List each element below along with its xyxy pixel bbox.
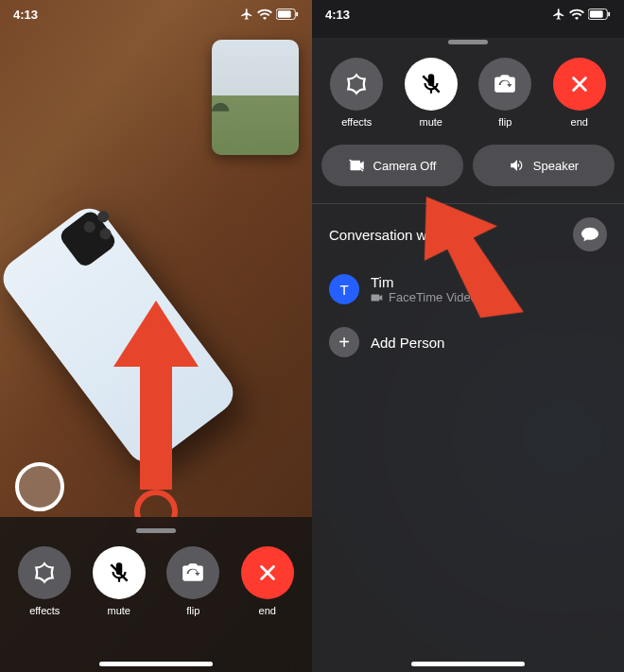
camera-off-label: Camera Off [373, 159, 437, 173]
status-indicators [552, 8, 611, 21]
video-icon [371, 293, 384, 302]
facetime-expanded-sheet: 4:13 effects mute flip [312, 0, 624, 672]
plus-icon: + [329, 327, 359, 357]
messages-button[interactable] [573, 217, 607, 251]
home-indicator[interactable] [99, 662, 213, 666]
end-label: end [259, 605, 276, 616]
effects-label: effects [29, 605, 60, 616]
participant-sub: FaceTime Video [371, 290, 477, 304]
mute-label: mute [420, 116, 442, 128]
effects-icon [344, 72, 369, 96]
camera-off-button[interactable]: Camera Off [321, 145, 463, 186]
airplane-icon [240, 8, 253, 21]
effects-icon [32, 560, 57, 585]
mute-button[interactable]: mute [93, 546, 146, 616]
battery-icon [588, 9, 611, 20]
add-person-button[interactable]: + Add Person [312, 314, 624, 370]
airplane-icon [552, 8, 565, 21]
svg-rect-9 [608, 12, 610, 17]
avatar: T [329, 274, 359, 304]
svg-rect-8 [590, 10, 603, 17]
self-view-pip[interactable] [212, 40, 299, 155]
camera-off-icon [349, 159, 366, 172]
svg-rect-1 [278, 10, 291, 17]
effects-label: effects [341, 116, 372, 128]
svg-marker-3 [113, 301, 199, 490]
flip-icon [493, 72, 517, 96]
end-label: end [571, 116, 588, 128]
flip-icon [181, 560, 205, 585]
status-bar: 4:13 [312, 0, 624, 28]
end-button[interactable]: end [553, 58, 606, 128]
status-time: 4:13 [325, 8, 350, 22]
wifi-icon [569, 9, 584, 20]
effects-button[interactable]: effects [18, 546, 71, 616]
controls-drawer[interactable]: effects mute flip end [0, 517, 312, 672]
status-time: 4:13 [13, 8, 38, 22]
controls-sheet: effects mute flip end Camera [312, 38, 624, 672]
drawer-grabber[interactable] [448, 40, 488, 44]
flip-button[interactable]: flip [478, 58, 531, 128]
drawer-grabber[interactable] [136, 528, 176, 533]
flip-label: flip [186, 605, 199, 616]
shutter-button[interactable] [15, 462, 64, 511]
participant-row[interactable]: T Tim FaceTime Video [312, 265, 624, 314]
status-indicators [240, 8, 299, 21]
mute-icon [419, 72, 443, 96]
participant-name: Tim [371, 274, 477, 290]
wifi-icon [257, 9, 272, 20]
battery-icon [276, 9, 299, 20]
annotation-swipe-up-arrow [113, 301, 199, 490]
conversation-header: Conversation wit [329, 227, 434, 243]
mute-icon [107, 560, 131, 585]
close-icon [257, 562, 278, 583]
home-indicator[interactable] [411, 662, 525, 666]
speaker-icon [509, 158, 526, 173]
flip-label: flip [498, 116, 511, 128]
facetime-call-screen: 4:13 effects [0, 0, 312, 672]
mute-label: mute [108, 605, 130, 616]
status-bar: 4:13 [0, 0, 312, 28]
add-person-label: Add Person [371, 335, 444, 351]
effects-button[interactable]: effects [330, 58, 383, 128]
speaker-label: Speaker [533, 159, 579, 173]
close-icon [569, 74, 590, 95]
speaker-button[interactable]: Speaker [473, 145, 615, 186]
flip-button[interactable]: flip [166, 546, 219, 616]
svg-rect-2 [296, 12, 298, 17]
message-icon [581, 226, 599, 243]
end-button[interactable]: end [241, 546, 294, 616]
mute-button[interactable]: mute [405, 58, 458, 128]
